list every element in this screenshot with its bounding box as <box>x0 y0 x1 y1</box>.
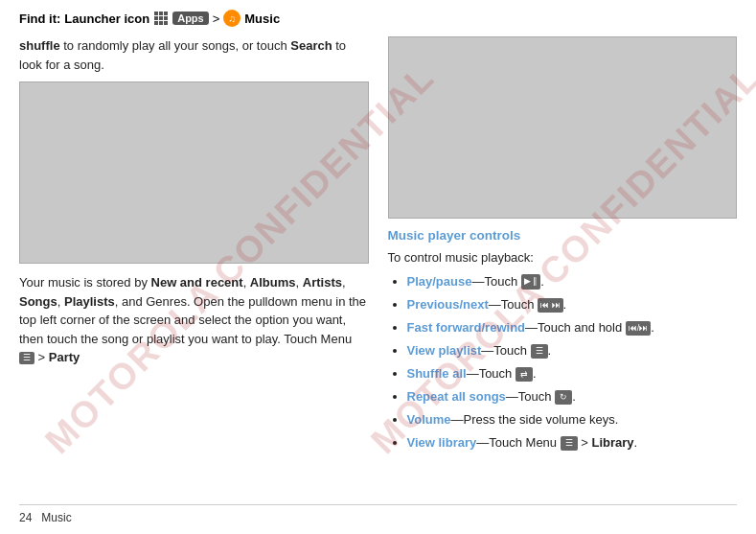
section-heading: Music player controls <box>388 228 738 243</box>
svg-rect-2 <box>164 12 168 15</box>
shuffle-intro: shuffle to randomly play all your songs,… <box>19 38 346 72</box>
page-header: Find it: Launcher icon Apps > ♫ Music <box>19 10 737 27</box>
page-number: 24 <box>19 511 32 524</box>
page-footer: 24 Music <box>19 504 737 524</box>
shuffle-icon: ⇄ <box>515 367 533 382</box>
list-item: Fast forward/rewind—Touch and hold ⏮/⏭. <box>407 317 738 338</box>
term-ffwd: Fast forward/rewind <box>407 320 526 335</box>
music-app-icon: ♫ <box>223 10 241 27</box>
svg-rect-7 <box>159 21 163 25</box>
left-column: shuffle to randomly play all your songs,… <box>19 36 369 497</box>
term-playlist: View playlist <box>407 343 482 358</box>
library-menu-icon: ☰ <box>561 436 578 451</box>
apps-badge: Apps <box>172 12 209 25</box>
left-screenshot <box>19 81 369 264</box>
launcher-text: Launcher icon <box>64 12 149 26</box>
list-item: Volume—Press the side volume keys. <box>407 409 738 430</box>
term-play: Play/pause <box>407 274 472 289</box>
svg-rect-4 <box>159 16 163 20</box>
find-it-label: Find it: <box>19 12 60 26</box>
term-volume: Volume <box>407 412 451 427</box>
list-item: Play/pause—Touch ▶ ‖. <box>407 271 738 292</box>
svg-rect-6 <box>154 21 158 25</box>
repeat-icon: ↻ <box>555 390 572 405</box>
controls-list: Play/pause—Touch ▶ ‖. Previous/next—Touc… <box>388 271 738 456</box>
term-prev-next: Previous/next <box>407 297 489 312</box>
right-screenshot <box>388 36 738 219</box>
term-shuffle: Shuffle all <box>407 366 467 381</box>
ffwd-icon: ⏮/⏭ <box>626 321 652 336</box>
list-item: View library—Touch Menu ☰ > Library. <box>407 432 738 453</box>
arrow-symbol: > <box>213 12 220 26</box>
right-column: Music player controls To control music p… <box>388 36 738 497</box>
left-body-text: Your music is stored by New and recent, … <box>19 273 369 367</box>
svg-rect-0 <box>154 12 158 15</box>
menu-icon-inline: ☰ <box>19 352 34 365</box>
term-repeat: Repeat all songs <box>407 389 506 404</box>
list-item: Repeat all songs—Touch ↻. <box>407 386 738 407</box>
prev-next-icon: ⏮ ⏭ <box>538 298 563 313</box>
controls-intro: To control music playback: <box>388 248 738 267</box>
svg-rect-3 <box>154 16 158 20</box>
list-item: Shuffle all—Touch ⇄. <box>407 363 738 384</box>
playlist-icon: ☰ <box>531 344 548 359</box>
list-item: View playlist—Touch ☰. <box>407 340 738 361</box>
play-pause-icon: ▶ ‖ <box>521 274 541 289</box>
music-label: Music <box>244 12 280 26</box>
svg-rect-8 <box>164 21 168 25</box>
footer-label: Music <box>41 511 71 524</box>
intro-shuffle-text: shuffle to randomly play all your songs,… <box>19 36 369 74</box>
svg-rect-1 <box>159 12 163 15</box>
svg-rect-5 <box>164 16 168 20</box>
launcher-icon <box>153 11 169 26</box>
term-library: View library <box>407 435 477 450</box>
list-item: Previous/next—Touch ⏮ ⏭. <box>407 294 738 315</box>
